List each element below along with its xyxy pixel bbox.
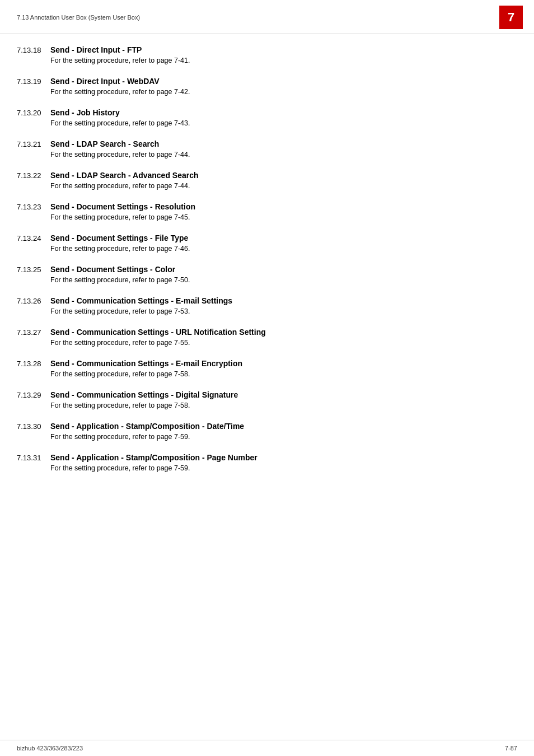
- footer-page: 7-87: [505, 745, 517, 752]
- section-title: Send - Communication Settings - E-mail S…: [50, 296, 232, 305]
- footer-product: bizhub 423/363/283/223: [17, 745, 83, 752]
- section-number: 7.13.23: [17, 203, 50, 211]
- header-section-label: 7.13 Annotation User Box (System User Bo…: [17, 14, 140, 21]
- section-title: Send - Document Settings - File Type: [50, 234, 188, 242]
- section-entry: 7.13.26Send - Communication Settings - E…: [17, 296, 517, 315]
- section-entry: 7.13.18Send - Direct Input - FTPFor the …: [17, 45, 517, 64]
- section-entry: 7.13.25Send - Document Settings - ColorF…: [17, 265, 517, 284]
- section-entry: 7.13.23Send - Document Settings - Resolu…: [17, 202, 517, 221]
- section-entry: 7.13.19Send - Direct Input - WebDAVFor t…: [17, 77, 517, 96]
- header-bar: 7.13 Annotation User Box (System User Bo…: [0, 0, 534, 34]
- page-container: 7.13 Annotation User Box (System User Bo…: [0, 0, 534, 756]
- section-title-row: 7.13.30Send - Application - Stamp/Compos…: [17, 422, 517, 431]
- section-title-row: 7.13.31Send - Application - Stamp/Compos…: [17, 453, 517, 462]
- section-entry: 7.13.20Send - Job HistoryFor the setting…: [17, 108, 517, 127]
- section-title-row: 7.13.25Send - Document Settings - Color: [17, 265, 517, 274]
- section-description: For the setting procedure, refer to page…: [50, 88, 517, 96]
- section-title: Send - LDAP Search - Advanced Search: [50, 171, 199, 180]
- section-number: 7.13.28: [17, 360, 50, 368]
- section-entry: 7.13.31Send - Application - Stamp/Compos…: [17, 453, 517, 472]
- section-title-row: 7.13.23Send - Document Settings - Resolu…: [17, 202, 517, 211]
- section-title-row: 7.13.27Send - Communication Settings - U…: [17, 328, 517, 337]
- section-title: Send - Direct Input - FTP: [50, 45, 142, 54]
- content-area: 7.13.18Send - Direct Input - FTPFor the …: [0, 34, 534, 518]
- section-description: For the setting procedure, refer to page…: [50, 119, 517, 127]
- section-title-row: 7.13.19Send - Direct Input - WebDAV: [17, 77, 517, 86]
- section-title: Send - Communication Settings - Digital …: [50, 390, 238, 399]
- section-number: 7.13.18: [17, 46, 50, 54]
- section-title-row: 7.13.28Send - Communication Settings - E…: [17, 359, 517, 368]
- section-title-row: 7.13.21Send - LDAP Search - Search: [17, 139, 517, 148]
- footer-bar: bizhub 423/363/283/223 7-87: [0, 740, 534, 756]
- section-number: 7.13.24: [17, 234, 50, 242]
- section-description: For the setting procedure, refer to page…: [50, 402, 517, 409]
- section-description: For the setting procedure, refer to page…: [50, 464, 517, 472]
- section-description: For the setting procedure, refer to page…: [50, 307, 517, 315]
- section-entry: 7.13.22Send - LDAP Search - Advanced Sea…: [17, 171, 517, 190]
- section-title: Send - Direct Input - WebDAV: [50, 77, 160, 86]
- section-entry: 7.13.29Send - Communication Settings - D…: [17, 390, 517, 409]
- section-number: 7.13.20: [17, 109, 50, 117]
- section-number: 7.13.19: [17, 77, 50, 86]
- section-description: For the setting procedure, refer to page…: [50, 213, 517, 221]
- section-title-row: 7.13.26Send - Communication Settings - E…: [17, 296, 517, 305]
- section-title-row: 7.13.29Send - Communication Settings - D…: [17, 390, 517, 399]
- section-title-row: 7.13.20Send - Job History: [17, 108, 517, 117]
- section-title: Send - LDAP Search - Search: [50, 139, 159, 148]
- section-entry: 7.13.28Send - Communication Settings - E…: [17, 359, 517, 378]
- section-number: 7.13.25: [17, 265, 50, 274]
- section-number: 7.13.29: [17, 391, 50, 399]
- section-title-row: 7.13.24Send - Document Settings - File T…: [17, 234, 517, 242]
- section-description: For the setting procedure, refer to page…: [50, 182, 517, 190]
- section-title: Send - Document Settings - Color: [50, 265, 175, 274]
- section-number: 7.13.31: [17, 454, 50, 462]
- section-entry: 7.13.21Send - LDAP Search - SearchFor th…: [17, 139, 517, 158]
- section-title-row: 7.13.18Send - Direct Input - FTP: [17, 45, 517, 54]
- section-title-row: 7.13.22Send - LDAP Search - Advanced Sea…: [17, 171, 517, 180]
- section-number: 7.13.30: [17, 422, 50, 431]
- section-entry: 7.13.27Send - Communication Settings - U…: [17, 328, 517, 347]
- section-description: For the setting procedure, refer to page…: [50, 245, 517, 253]
- section-description: For the setting procedure, refer to page…: [50, 151, 517, 158]
- section-entry: 7.13.24Send - Document Settings - File T…: [17, 234, 517, 253]
- section-title: Send - Application - Stamp/Composition -…: [50, 422, 244, 431]
- chapter-badge: 7: [499, 6, 523, 29]
- section-number: 7.13.22: [17, 171, 50, 180]
- section-description: For the setting procedure, refer to page…: [50, 276, 517, 284]
- section-number: 7.13.26: [17, 297, 50, 305]
- section-number: 7.13.21: [17, 140, 50, 148]
- section-description: For the setting procedure, refer to page…: [50, 433, 517, 441]
- section-title: Send - Communication Settings - URL Noti…: [50, 328, 266, 337]
- section-number: 7.13.27: [17, 328, 50, 337]
- section-title: Send - Communication Settings - E-mail E…: [50, 359, 242, 368]
- section-title: Send - Document Settings - Resolution: [50, 202, 195, 211]
- section-title: Send - Job History: [50, 108, 120, 117]
- section-description: For the setting procedure, refer to page…: [50, 339, 517, 347]
- section-entry: 7.13.30Send - Application - Stamp/Compos…: [17, 422, 517, 441]
- section-description: For the setting procedure, refer to page…: [50, 57, 517, 64]
- section-description: For the setting procedure, refer to page…: [50, 370, 517, 378]
- section-title: Send - Application - Stamp/Composition -…: [50, 453, 257, 462]
